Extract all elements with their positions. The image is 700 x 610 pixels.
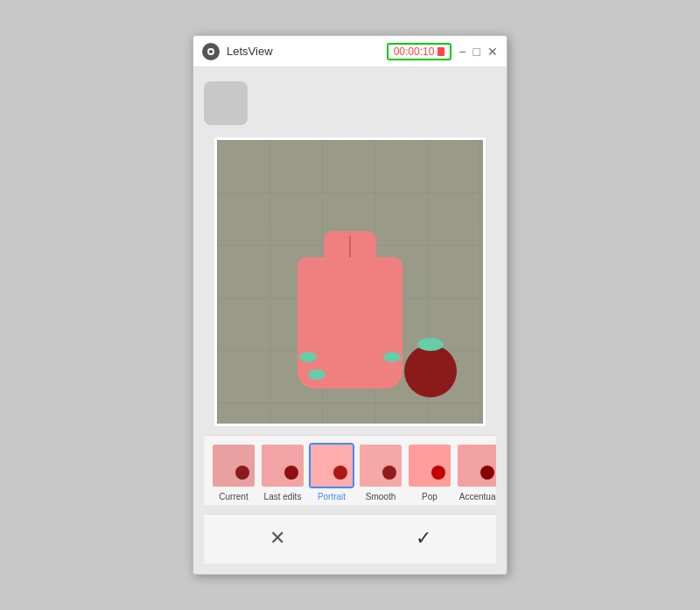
bag-illustration xyxy=(293,231,407,389)
filter-item-pop[interactable]: Pop xyxy=(407,443,452,501)
filter-preview-current xyxy=(213,445,255,487)
filter-item-portrait[interactable]: Portrait xyxy=(309,443,354,501)
avatar-area xyxy=(204,78,496,129)
cancel-button[interactable]: ✕ xyxy=(243,523,312,553)
filter-label-last: Last edits xyxy=(264,492,302,501)
minimize-button[interactable]: − xyxy=(458,46,466,58)
filter-thumb-pop xyxy=(407,443,452,488)
filter-preview-pop xyxy=(409,445,451,487)
filter-thumb-smooth xyxy=(358,443,403,488)
filter-thumb-current xyxy=(211,443,256,488)
filter-scroll-container: Current Last edits Portrait xyxy=(204,443,496,501)
filter-label-portrait: Portrait xyxy=(318,492,346,501)
timer-value: 00:00:10 xyxy=(394,46,435,58)
bag-leaf-1 xyxy=(299,352,317,362)
photo-background xyxy=(217,140,483,424)
filter-thumb-accentua xyxy=(456,443,496,488)
filter-label-accentua: Accentua. xyxy=(459,492,496,501)
red-ball xyxy=(404,345,457,397)
app-logo xyxy=(202,43,220,60)
filter-preview-accentua xyxy=(458,445,496,487)
filter-label-smooth: Smooth xyxy=(366,492,396,501)
filter-strip: Current Last edits Portrait xyxy=(204,435,496,505)
filter-item-accentua[interactable]: Accentua. xyxy=(456,443,496,501)
recording-timer: 00:00:10 xyxy=(387,43,452,60)
filter-label-pop: Pop xyxy=(422,492,438,501)
filter-item-smooth[interactable]: Smooth xyxy=(358,443,403,501)
restore-button[interactable]: □ xyxy=(473,46,480,58)
close-button[interactable]: ✕ xyxy=(487,46,498,58)
avatar xyxy=(204,81,248,125)
filter-thumb-last xyxy=(260,443,305,488)
window-controls: − □ ✕ xyxy=(458,46,498,58)
filter-label-current: Current xyxy=(219,492,248,501)
confirm-button[interactable]: ✓ xyxy=(389,523,458,553)
filter-preview-last xyxy=(262,445,304,487)
red-ball-leaf xyxy=(417,338,444,351)
filter-preview-smooth xyxy=(360,445,402,487)
app-window: LetsView 00:00:10 − □ ✕ xyxy=(192,35,508,575)
app-title: LetsView xyxy=(227,45,380,58)
filter-thumb-portrait xyxy=(309,443,354,488)
filter-item-current[interactable]: Current xyxy=(211,443,256,501)
main-photo xyxy=(214,137,486,426)
action-bar: ✕ ✓ xyxy=(204,514,496,564)
bag-leaf-2 xyxy=(383,352,401,362)
titlebar: LetsView 00:00:10 − □ ✕ xyxy=(193,36,507,67)
bag-leaf-3 xyxy=(308,369,326,380)
bag-body xyxy=(298,257,402,389)
filter-preview-portrait xyxy=(311,445,353,487)
filter-item-last[interactable]: Last edits xyxy=(260,443,305,501)
timer-dot xyxy=(438,47,444,56)
window-body: Current Last edits Portrait xyxy=(193,67,507,574)
